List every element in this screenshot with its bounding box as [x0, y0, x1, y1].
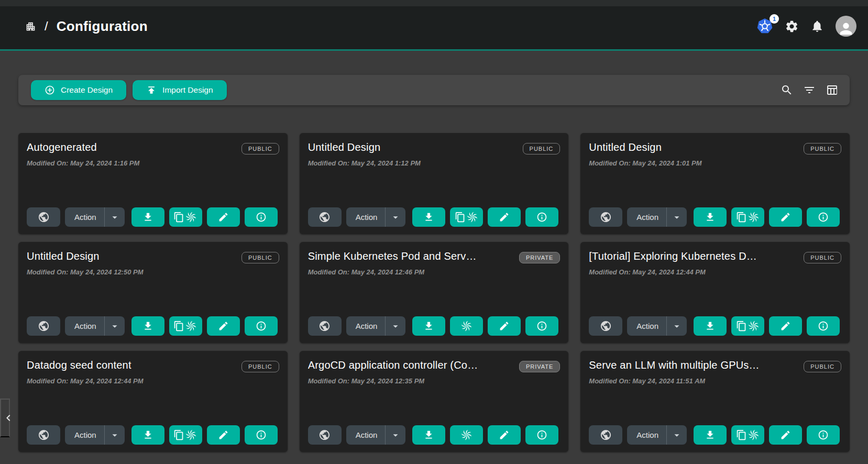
- building-icon[interactable]: [25, 21, 36, 32]
- globe-icon: [318, 211, 331, 223]
- modified-date: Modified On: May 24, 2024 1:16 PM: [27, 159, 279, 167]
- action-button-label[interactable]: Action: [627, 316, 666, 336]
- modified-date: Modified On: May 24, 2024 11:51 AM: [589, 377, 841, 385]
- clone-button[interactable]: [450, 207, 483, 227]
- chevron-down-icon[interactable]: [386, 207, 405, 227]
- action-button-label[interactable]: Action: [65, 425, 104, 445]
- edit-button[interactable]: [488, 316, 521, 336]
- info-button[interactable]: [807, 316, 840, 336]
- download-button[interactable]: [412, 316, 445, 336]
- info-button[interactable]: [525, 425, 558, 445]
- create-design-button[interactable]: Create Design: [31, 80, 126, 100]
- info-button[interactable]: [245, 207, 278, 227]
- info-icon: [536, 212, 547, 223]
- chevron-down-icon[interactable]: [386, 425, 405, 445]
- action-button-label[interactable]: Action: [627, 425, 666, 445]
- edit-button[interactable]: [207, 316, 240, 336]
- action-button-label[interactable]: Action: [346, 207, 386, 227]
- action-split-button[interactable]: Action: [346, 316, 406, 336]
- visibility-globe-button[interactable]: [27, 316, 60, 336]
- globe-icon: [600, 320, 612, 332]
- edit-button[interactable]: [207, 207, 240, 227]
- chevron-down-icon[interactable]: [667, 207, 687, 227]
- info-button[interactable]: [807, 425, 840, 445]
- action-button-label[interactable]: Action: [346, 425, 386, 445]
- settings-button[interactable]: [785, 19, 799, 34]
- edit-button[interactable]: [769, 207, 802, 227]
- visibility-globe-button[interactable]: [589, 425, 622, 445]
- chevron-down-icon[interactable]: [386, 316, 405, 336]
- user-avatar[interactable]: [836, 16, 856, 37]
- download-button[interactable]: [694, 425, 727, 445]
- visibility-globe-button[interactable]: [589, 316, 622, 336]
- action-button-label[interactable]: Action: [65, 207, 104, 227]
- action-split-button[interactable]: Action: [346, 207, 406, 227]
- kubernetes-context-count-badge: 1: [770, 14, 779, 24]
- import-design-button[interactable]: Import Design: [133, 80, 226, 100]
- clone-button[interactable]: [169, 207, 202, 227]
- action-button-label[interactable]: Action: [65, 316, 104, 336]
- globe-icon: [318, 429, 331, 441]
- info-icon: [256, 321, 267, 332]
- download-button[interactable]: [412, 207, 445, 227]
- download-button[interactable]: [131, 316, 164, 336]
- chevron-down-icon[interactable]: [105, 207, 125, 227]
- info-button[interactable]: [245, 425, 278, 445]
- spiral-icon: [747, 428, 760, 441]
- action-split-button[interactable]: Action: [346, 425, 406, 445]
- info-button[interactable]: [525, 316, 558, 336]
- edit-button[interactable]: [207, 425, 240, 445]
- action-split-button[interactable]: Action: [65, 425, 125, 445]
- action-split-button[interactable]: Action: [627, 316, 687, 336]
- chevron-down-icon[interactable]: [667, 425, 687, 445]
- visibility-globe-button[interactable]: [27, 425, 60, 445]
- info-button[interactable]: [807, 207, 840, 227]
- clone-button[interactable]: [731, 207, 764, 227]
- clone-button[interactable]: [731, 425, 764, 445]
- card-actions-row: Action: [27, 207, 279, 227]
- info-button[interactable]: [245, 316, 278, 336]
- edit-button[interactable]: [769, 316, 802, 336]
- visibility-globe-button[interactable]: [308, 425, 342, 445]
- download-button[interactable]: [694, 316, 727, 336]
- kubernetes-context-button[interactable]: 1: [756, 18, 773, 35]
- chevron-down-icon[interactable]: [667, 316, 687, 336]
- clone-button[interactable]: [450, 316, 483, 336]
- info-button[interactable]: [525, 207, 558, 227]
- action-split-button[interactable]: Action: [65, 316, 125, 336]
- chevron-down-icon[interactable]: [105, 316, 125, 336]
- clone-button[interactable]: [731, 316, 764, 336]
- download-button[interactable]: [131, 207, 164, 227]
- edit-button[interactable]: [769, 425, 802, 445]
- action-button-label[interactable]: Action: [346, 316, 386, 336]
- edit-button[interactable]: [488, 425, 521, 445]
- clone-button[interactable]: [169, 316, 202, 336]
- design-card: Simple Kubernetes Pod and Serv… PRIVATE …: [300, 242, 569, 343]
- clone-button[interactable]: [450, 425, 483, 445]
- notifications-button[interactable]: [810, 19, 824, 33]
- action-split-button[interactable]: Action: [627, 207, 687, 227]
- download-button[interactable]: [131, 425, 164, 445]
- visibility-globe-button[interactable]: [589, 207, 622, 227]
- search-button[interactable]: [781, 84, 793, 96]
- chevron-left-icon: [4, 412, 15, 424]
- filter-button[interactable]: [803, 84, 816, 96]
- collapse-drawer-button[interactable]: [0, 399, 10, 437]
- table-view-button[interactable]: [826, 84, 838, 96]
- copy-icon: [173, 212, 184, 223]
- visibility-globe-button[interactable]: [308, 207, 342, 227]
- toolbar-view-controls: [781, 84, 838, 96]
- design-title: Autogenerated: [27, 141, 97, 153]
- download-button[interactable]: [694, 207, 727, 227]
- action-split-button[interactable]: Action: [627, 425, 687, 445]
- visibility-badge: PUBLIC: [241, 143, 279, 154]
- visibility-globe-button[interactable]: [308, 316, 342, 336]
- visibility-globe-button[interactable]: [27, 207, 60, 227]
- pencil-icon: [499, 429, 510, 440]
- edit-button[interactable]: [488, 207, 521, 227]
- action-split-button[interactable]: Action: [65, 207, 125, 227]
- chevron-down-icon[interactable]: [105, 425, 125, 445]
- clone-button[interactable]: [169, 425, 202, 445]
- download-button[interactable]: [412, 425, 445, 445]
- action-button-label[interactable]: Action: [627, 207, 666, 227]
